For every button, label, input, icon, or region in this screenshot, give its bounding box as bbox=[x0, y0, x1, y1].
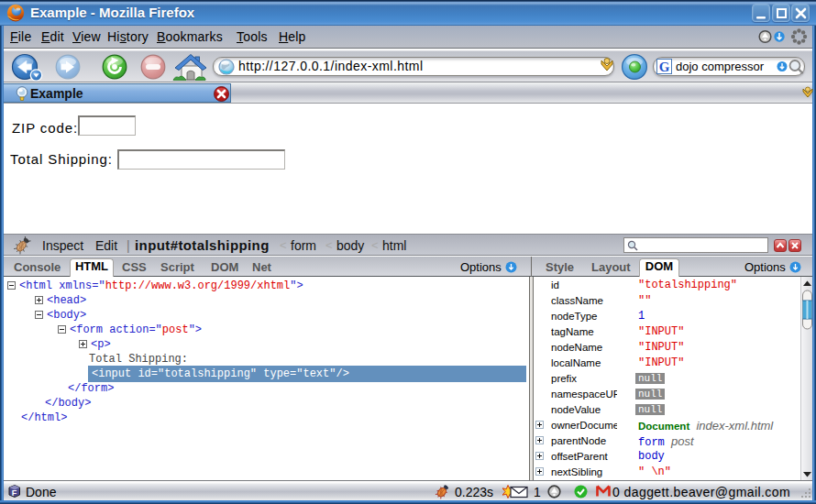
svg-text:G: G bbox=[659, 60, 670, 74]
svg-text:F: F bbox=[12, 488, 17, 498]
